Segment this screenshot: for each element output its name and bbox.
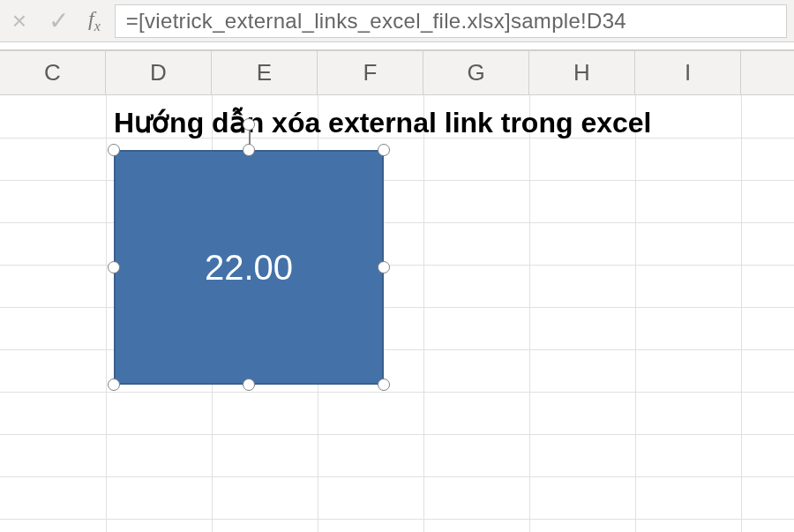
spreadsheet-grid[interactable]: Hướng dẫn xóa external link trong excel … (0, 95, 794, 532)
formula-input[interactable] (115, 4, 787, 38)
cancel-button[interactable]: × (0, 0, 39, 41)
cell-heading-text: Hướng dẫn xóa external link trong excel (114, 106, 651, 139)
resize-handle-tm[interactable] (243, 144, 255, 156)
resize-handle-tl[interactable] (108, 144, 120, 156)
col-header-f[interactable]: F (318, 51, 423, 94)
rotate-connector (249, 131, 251, 145)
resize-handle-bl[interactable] (108, 378, 120, 391)
col-header-i[interactable]: I (635, 51, 741, 94)
column-headers: C D E F G H I (0, 51, 794, 95)
col-header-d[interactable]: D (106, 51, 212, 94)
insert-function-button[interactable]: fx (78, 7, 111, 34)
fx-icon-sub: x (94, 19, 101, 34)
rotate-handle[interactable] (243, 118, 255, 131)
shape-rectangle[interactable]: 22.00 (114, 150, 384, 385)
fx-icon: f (88, 7, 94, 30)
enter-button[interactable]: ✓ (39, 0, 78, 41)
resize-handle-tr[interactable] (378, 144, 390, 156)
resize-handle-ml[interactable] (108, 261, 120, 273)
shape-text: 22.00 (205, 248, 293, 288)
col-header-e[interactable]: E (212, 51, 318, 94)
col-header-c[interactable]: C (0, 51, 106, 94)
col-header-h[interactable]: H (529, 51, 635, 94)
col-header-g[interactable]: G (423, 51, 529, 94)
formula-bar: × ✓ fx (0, 0, 794, 42)
resize-handle-mr[interactable] (378, 261, 390, 273)
resize-handle-bm[interactable] (243, 378, 255, 391)
selected-shape[interactable]: 22.00 (114, 150, 384, 385)
resize-handle-br[interactable] (378, 378, 390, 391)
ribbon-edge (0, 42, 794, 51)
